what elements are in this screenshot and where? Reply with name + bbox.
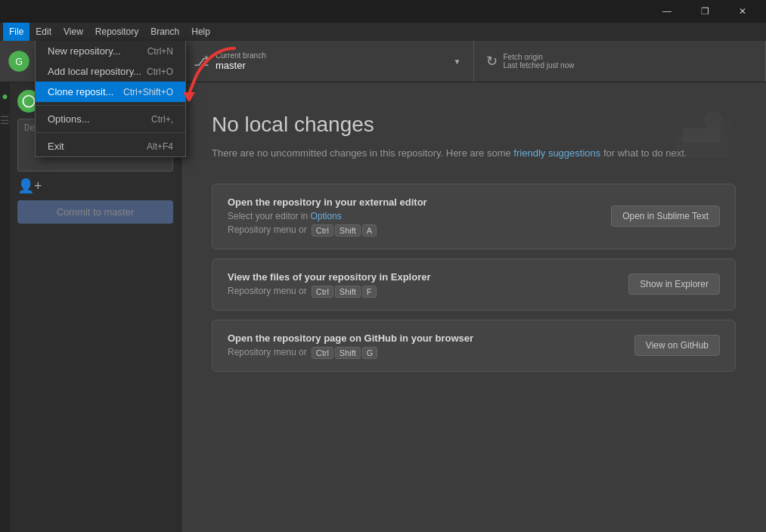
- action-open-editor-shortcuts: Repository menu or Ctrl Shift A: [228, 224, 427, 237]
- window-controls: — ❐ ✕: [650, 0, 760, 23]
- branch-label: Current branch: [216, 51, 266, 60]
- action-card-open-editor: Open the repository in your external edi…: [212, 184, 736, 249]
- fetch-icon: ↻: [486, 53, 498, 70]
- view-github-button[interactable]: View on GitHub: [634, 335, 720, 356]
- key-ctrl-3: Ctrl: [312, 347, 333, 359]
- menu-item-add-local[interactable]: Add local repository... Ctrl+O: [36, 61, 185, 82]
- menu-item-options[interactable]: Options... Ctrl+,: [36, 109, 185, 129]
- action-open-editor-sub: Select your editor in Options: [228, 211, 427, 221]
- menu-bar: File Edit View Repository Branch Help Ne…: [0, 23, 766, 41]
- hint-text-2: Repository menu or: [228, 286, 307, 298]
- close-button[interactable]: ✕: [725, 0, 760, 23]
- title-bar: — ❐ ✕: [0, 0, 766, 23]
- action-card-open-editor-left: Open the repository in your external edi…: [228, 196, 427, 237]
- fetch-origin-section[interactable]: ↻ Fetch origin Last fetched just now: [474, 41, 767, 82]
- action-view-github-shortcuts: Repository menu or Ctrl Shift G: [228, 347, 473, 359]
- desc-link[interactable]: friendly suggestions: [513, 147, 600, 159]
- svg-text:G: G: [15, 57, 23, 67]
- menu-item-exit-shortcut: Alt+F4: [147, 141, 173, 152]
- menu-help[interactable]: Help: [185, 23, 216, 41]
- hint-text: Repository menu or: [228, 224, 307, 237]
- desc-part1: There are no uncommitted changes in this…: [212, 147, 511, 159]
- icon-strip: ● ☰: [0, 82, 10, 532]
- add-coauthor-icon[interactable]: 👤+: [17, 178, 42, 194]
- menu-view[interactable]: View: [57, 23, 89, 41]
- action-card-show-explorer: View the files of your repository in Exp…: [212, 258, 736, 311]
- hint-text-3: Repository menu or: [228, 347, 307, 359]
- branch-icon: ⎇: [194, 53, 209, 70]
- key-f: F: [362, 286, 377, 298]
- options-link[interactable]: Options: [310, 211, 341, 221]
- action-show-explorer-title: View the files of your repository in Exp…: [228, 271, 431, 283]
- commit-button[interactable]: Commit to master: [17, 200, 173, 224]
- history-icon[interactable]: ☰: [0, 114, 10, 126]
- commit-footer: 👤+: [17, 178, 173, 194]
- current-branch-section[interactable]: ⎇ Current branch master ▼: [181, 41, 474, 82]
- minimize-button[interactable]: —: [650, 0, 684, 23]
- menu-separator-2: [36, 132, 185, 133]
- open-editor-button[interactable]: Open in Sublime Text: [611, 206, 720, 227]
- menu-item-options-shortcut: Ctrl+,: [151, 114, 173, 125]
- key-g: G: [362, 347, 378, 359]
- key-a: A: [362, 224, 377, 237]
- no-changes-title: No local changes: [212, 113, 736, 137]
- no-changes-description: There are no uncommitted changes in this…: [212, 146, 736, 161]
- key-shift-3: Shift: [335, 347, 361, 359]
- illustration: [668, 105, 736, 169]
- action-card-show-explorer-left: View the files of your repository in Exp…: [228, 271, 431, 298]
- menu-item-clone-repo-label: Clone reposit...: [48, 86, 113, 97]
- menu-item-exit-label: Exit: [48, 141, 64, 152]
- show-explorer-button[interactable]: Show in Explorer: [628, 274, 720, 295]
- fetch-label: Fetch origin: [504, 53, 575, 61]
- action-view-github-title: Open the repository page on GitHub in yo…: [228, 332, 473, 344]
- key-shift: Shift: [335, 224, 361, 237]
- menu-edit[interactable]: Edit: [29, 23, 57, 41]
- menu-item-clone-repo[interactable]: Clone reposit... Ctrl+Shift+O: [36, 82, 185, 102]
- menu-item-new-repo[interactable]: New repository... Ctrl+N: [36, 41, 185, 61]
- menu-item-new-repo-shortcut: Ctrl+N: [147, 46, 173, 57]
- menu-item-exit[interactable]: Exit Alt+F4: [36, 136, 185, 156]
- menu-branch[interactable]: Branch: [144, 23, 185, 41]
- maximize-button[interactable]: ❐: [687, 0, 722, 23]
- key-ctrl-2: Ctrl: [312, 286, 333, 298]
- svg-point-6: [718, 120, 730, 132]
- branch-chevron-icon: ▼: [454, 57, 461, 66]
- menu-item-add-local-shortcut: Ctrl+O: [147, 66, 173, 77]
- key-ctrl: Ctrl: [312, 224, 333, 237]
- menu-item-add-local-label: Add local repository...: [48, 66, 141, 77]
- menu-separator-1: [36, 105, 185, 106]
- fetch-text: Fetch origin Last fetched just now: [504, 53, 575, 70]
- menu-repository[interactable]: Repository: [89, 23, 144, 41]
- action-card-view-github-left: Open the repository page on GitHub in yo…: [228, 332, 473, 359]
- file-dropdown: New repository... Ctrl+N Add local repos…: [35, 41, 186, 157]
- branch-text: Current branch master: [216, 51, 266, 71]
- menu-file[interactable]: File: [3, 23, 29, 41]
- fetch-sub: Last fetched just now: [504, 61, 575, 70]
- action-show-explorer-shortcuts: Repository menu or Ctrl Shift F: [228, 286, 431, 298]
- branch-value: master: [216, 60, 266, 71]
- menu-item-clone-repo-shortcut: Ctrl+Shift+O: [123, 87, 173, 97]
- svg-rect-4: [683, 128, 721, 143]
- action-open-editor-title: Open the repository in your external edi…: [228, 196, 427, 208]
- main-content: No local changes There are no uncommitte…: [181, 82, 766, 532]
- menu-item-new-repo-label: New repository...: [48, 45, 121, 57]
- key-shift-2: Shift: [335, 286, 361, 298]
- action-card-view-github: Open the repository page on GitHub in yo…: [212, 320, 736, 372]
- github-logo: G: [8, 50, 30, 73]
- changes-icon[interactable]: ●: [2, 90, 8, 102]
- menu-item-options-label: Options...: [48, 113, 90, 125]
